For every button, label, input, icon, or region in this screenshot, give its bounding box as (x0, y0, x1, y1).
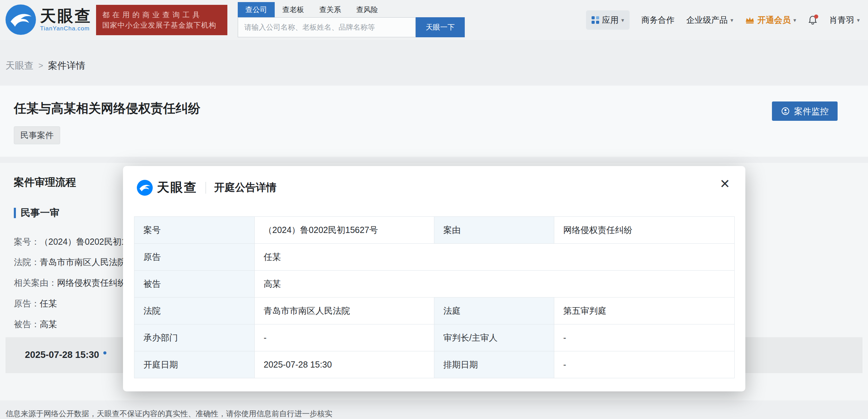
modal-header: 天眼查 开庭公告详情 (137, 179, 276, 196)
field-value: 任某 (40, 299, 57, 308)
field-label: 被告： (14, 319, 40, 329)
table-row: 开庭日期 2025-07-28 15:30 排期日期 - (134, 351, 735, 378)
cell-value: 第五审判庭 (554, 298, 735, 324)
cell-value: - (554, 324, 735, 351)
tianyancha-logo-icon (6, 4, 36, 35)
chevron-down-icon: ▾ (793, 17, 796, 23)
case-header-card: 任某与高某相关网络侵权责任纠纷 民事案件 案件监控 (0, 86, 868, 157)
promo-banner-line1: 都在用的商业查询工具 (102, 10, 221, 20)
top-header: 天眼查 TianYanCha.com 都在用的商业查询工具 国家中小企业发展子基… (0, 0, 868, 40)
cell-value: 2025-07-28 15:30 (255, 351, 434, 378)
field-value: 网络侵权责任纠纷 (57, 278, 126, 288)
breadcrumb-home[interactable]: 天眼查 (6, 59, 34, 72)
cell-value: 高某 (255, 271, 735, 298)
table-row: 被告 高某 (134, 271, 735, 298)
nav-enterprise-label: 企业级产品 (686, 14, 728, 26)
cell-label: 被告 (134, 271, 255, 298)
page: 天眼查 TianYanCha.com 都在用的商业查询工具 国家中小企业发展子基… (0, 0, 868, 419)
cell-value: - (255, 324, 434, 351)
cell-label: 案由 (434, 217, 554, 244)
username: 肖青羽 (829, 14, 854, 26)
cell-value: - (554, 351, 735, 378)
notification-dot (814, 14, 818, 19)
crown-icon (745, 16, 755, 24)
cell-label: 承办部门 (134, 324, 255, 351)
section-title: 案件审理流程 (14, 175, 76, 189)
table-row: 承办部门 - 审判长/主审人 - (134, 324, 735, 351)
case-monitor-button[interactable]: 案件监控 (772, 101, 838, 121)
cell-value: （2024）鲁0202民初15627号 (255, 217, 434, 244)
field-label: 原告： (14, 299, 40, 308)
modal-title: 开庭公告详情 (214, 181, 276, 195)
field-label: 法院： (14, 257, 40, 267)
stage-label: 民事一审 (21, 206, 59, 220)
nav-vip-membership[interactable]: 开通会员 ▾ (745, 14, 796, 26)
promo-banner-line2: 国家中小企业发展子基金旗下机构 (102, 20, 221, 30)
cell-label: 案号 (134, 217, 255, 244)
field-value: 高某 (40, 319, 57, 329)
cell-value: 任某 (255, 244, 735, 271)
cell-label: 法院 (134, 298, 255, 324)
table-row: 法院 青岛市市南区人民法院 法庭 第五审判庭 (134, 298, 735, 324)
search-tab-relation[interactable]: 查关系 (312, 2, 349, 17)
chevron-down-icon: ▾ (730, 17, 733, 23)
search-tab-company[interactable]: 查公司 (238, 2, 275, 17)
field-label: 案号： (14, 237, 40, 246)
case-type-badge: 民事案件 (14, 126, 60, 144)
nav-apps[interactable]: 应用 ▾ (586, 10, 630, 30)
cell-value: 青岛市市南区人民法院 (255, 298, 434, 324)
search-tabs: 查公司 查老板 查关系 查风险 (238, 2, 465, 17)
cell-value: 网络侵权责任纠纷 (554, 217, 735, 244)
stage-accent-bar (14, 208, 16, 218)
search-area: 查公司 查老板 查关系 查风险 天眼一下 (238, 2, 465, 37)
cell-label: 排期日期 (434, 351, 554, 378)
brand-domain: TianYanCha.com (40, 25, 92, 32)
nav-apps-label: 应用 (602, 14, 619, 26)
field-defendant: 被告：高某 (14, 319, 57, 330)
breadcrumb-current: 案件详情 (48, 59, 85, 72)
tianyancha-logo-icon (137, 180, 153, 196)
field-value: 青岛市市南区人民法院 (40, 257, 126, 267)
cell-label: 审判长/主审人 (434, 324, 554, 351)
nav-vip-label: 开通会员 (757, 14, 791, 26)
breadcrumb: 天眼查 > 案件详情 (6, 59, 85, 72)
stage-tab-civil-first-instance[interactable]: 民事一审 (14, 206, 59, 220)
page-title: 任某与高某相关网络侵权责任纠纷 (14, 100, 200, 117)
search-tab-risk[interactable]: 查风险 (349, 2, 386, 17)
cell-label: 原告 (134, 244, 255, 271)
disclaimer: 信息来源于网络公开数据，天眼查不保证内容的真实性、准确性，请你使用信息前自行进一… (6, 409, 332, 419)
promo-banner: 都在用的商业查询工具 国家中小企业发展子基金旗下机构 (96, 5, 227, 35)
case-monitor-label: 案件监控 (794, 106, 829, 117)
hearing-announcement-modal: 天眼查 开庭公告详情 ✕ 案号 （2024）鲁0202民初15627号 案由 网… (123, 166, 745, 391)
case-monitor-icon (781, 107, 790, 116)
nav-user-menu[interactable]: 肖青羽 ▾ (829, 14, 860, 26)
logo-text: 天眼查 TianYanCha.com (40, 7, 92, 32)
tianyancha-logo[interactable]: 天眼查 TianYanCha.com (6, 4, 92, 35)
apps-grid-icon (592, 16, 599, 24)
cell-label: 开庭日期 (134, 351, 255, 378)
table-row: 原告 任某 (134, 244, 735, 271)
timeline-date-text: 2025-07-28 15:30 (25, 350, 99, 360)
search-input[interactable] (238, 17, 416, 37)
nav-enterprise-products[interactable]: 企业级产品 ▾ (686, 14, 733, 26)
field-plaintiff: 原告：任某 (14, 298, 57, 309)
breadcrumb-separator-icon: > (38, 61, 43, 70)
cell-label: 法庭 (434, 298, 554, 324)
timeline-dot (103, 351, 106, 354)
modal-brand: 天眼查 (157, 179, 197, 196)
chevron-down-icon: ▾ (857, 17, 860, 23)
table-row: 案号 （2024）鲁0202民初15627号 案由 网络侵权责任纠纷 (134, 217, 735, 244)
timeline-date: 2025-07-28 15:30 (25, 350, 106, 360)
header-nav: 应用 ▾ 商务合作 企业级产品 ▾ 开通会员 ▾ (586, 0, 860, 40)
search-button[interactable]: 天眼一下 (416, 17, 465, 37)
brand-name: 天眼查 (40, 7, 92, 25)
nav-business-label: 商务合作 (641, 14, 674, 26)
nav-business-cooperation[interactable]: 商务合作 (641, 14, 674, 26)
field-label: 相关案由： (14, 278, 57, 288)
field-court: 法院：青岛市市南区人民法院 (14, 256, 126, 268)
search-tab-boss[interactable]: 查老板 (275, 2, 312, 17)
close-icon[interactable]: ✕ (720, 178, 730, 190)
chevron-down-icon: ▾ (621, 17, 624, 23)
notification-bell[interactable] (808, 15, 818, 25)
field-cause: 相关案由：网络侵权责任纠纷 (14, 277, 126, 289)
